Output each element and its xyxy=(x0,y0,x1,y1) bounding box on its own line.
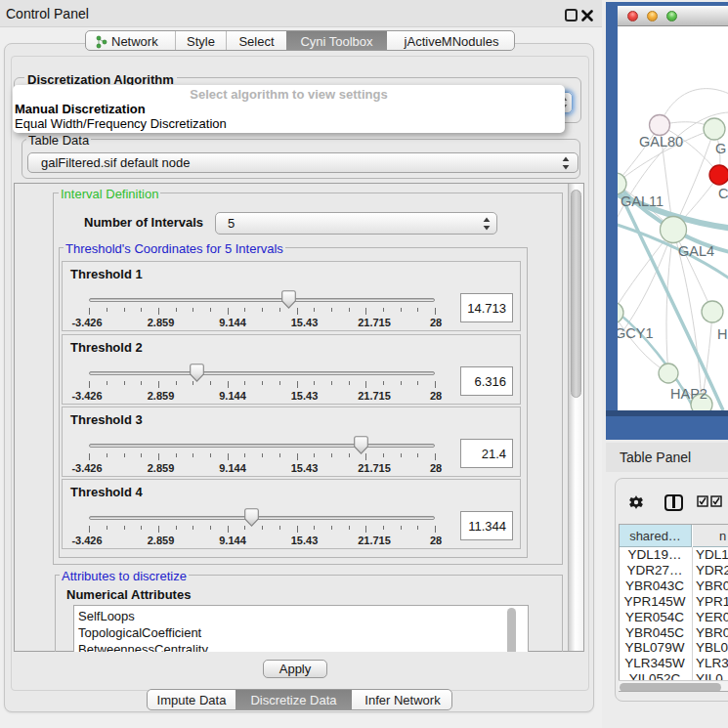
svg-text:C: C xyxy=(718,186,728,201)
svg-text:G: G xyxy=(715,141,726,156)
svg-text:GAL80: GAL80 xyxy=(639,134,683,150)
svg-text:GAL11: GAL11 xyxy=(621,193,664,209)
svg-text:GCY1: GCY1 xyxy=(618,325,654,341)
svg-text:HAP2: HAP2 xyxy=(670,386,707,402)
svg-text:GAL4: GAL4 xyxy=(678,243,714,259)
svg-text:H: H xyxy=(717,326,727,342)
